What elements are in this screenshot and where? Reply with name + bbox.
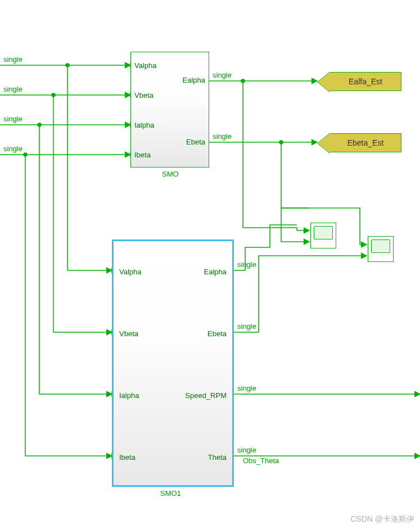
smo1-in-valpha: Valpha <box>119 268 142 276</box>
smo1-ebeta-sigtype: single <box>237 322 256 331</box>
scope-1-screen <box>314 226 333 239</box>
smo-in-ibeta: Ibeta <box>134 151 151 159</box>
smo-out-ebeta: Ebeta <box>186 138 205 146</box>
svg-point-12 <box>279 141 283 144</box>
smo-ebeta-sigtype: single <box>213 132 232 141</box>
smo1-in-ialpha: Ialpha <box>119 391 139 400</box>
smo-in-ialpha: Ialpha <box>134 121 154 129</box>
smo1-in-ibeta: Ibeta <box>119 453 136 462</box>
svg-point-5 <box>52 93 55 97</box>
svg-point-4 <box>66 64 69 67</box>
smo-ealpha-sigtype: single <box>213 71 232 79</box>
smo-block-name: SMO <box>162 170 179 178</box>
input-signal-1-label: single <box>3 55 22 64</box>
smo-block[interactable]: Valpha Vbeta Ialpha Ibeta Ealpha Ebeta <box>130 52 209 168</box>
svg-point-10 <box>241 79 245 83</box>
smo1-block-name: SMO1 <box>160 489 181 498</box>
scope-1[interactable] <box>310 223 336 248</box>
smo1-speed-sigtype: single <box>237 384 256 392</box>
obs-theta-label: Obs_Theta <box>243 456 279 465</box>
smo1-out-ealpha: Ealpha <box>204 268 227 276</box>
smo1-theta-sigtype: single <box>237 446 256 454</box>
smo-in-vbeta: Vbeta <box>134 91 153 100</box>
smo1-block[interactable]: Valpha Vbeta Ialpha Ibeta Ealpha Ebeta S… <box>112 239 234 487</box>
smo-in-valpha: Valpha <box>134 61 157 70</box>
scope-2[interactable] <box>368 236 394 262</box>
input-signal-2-label: single <box>3 85 22 93</box>
goto-ealfa-est[interactable]: Ealfa_Est <box>329 72 401 91</box>
input-signal-4-label: single <box>3 144 22 153</box>
input-signal-3-label: single <box>3 115 22 123</box>
goto-ebeta-label: Ebeta_Est <box>347 138 384 147</box>
svg-point-7 <box>24 153 27 156</box>
watermark: CSDN @卡洛斯伊 <box>350 514 414 525</box>
smo1-ealpha-sigtype: single <box>237 260 256 269</box>
goto-ealfa-label: Ealfa_Est <box>349 77 382 86</box>
svg-point-6 <box>38 123 41 126</box>
smo1-out-ebeta: Ebeta <box>207 329 227 338</box>
smo-out-ealpha: Ealpha <box>183 76 205 84</box>
goto-ebeta-est[interactable]: Ebeta_Est <box>329 133 401 152</box>
scope-2-screen <box>371 239 390 253</box>
smo1-out-speed: Speed_RPM <box>185 391 227 400</box>
smo1-in-vbeta: Vbeta <box>119 329 138 338</box>
smo1-out-theta: Theta <box>208 453 227 462</box>
